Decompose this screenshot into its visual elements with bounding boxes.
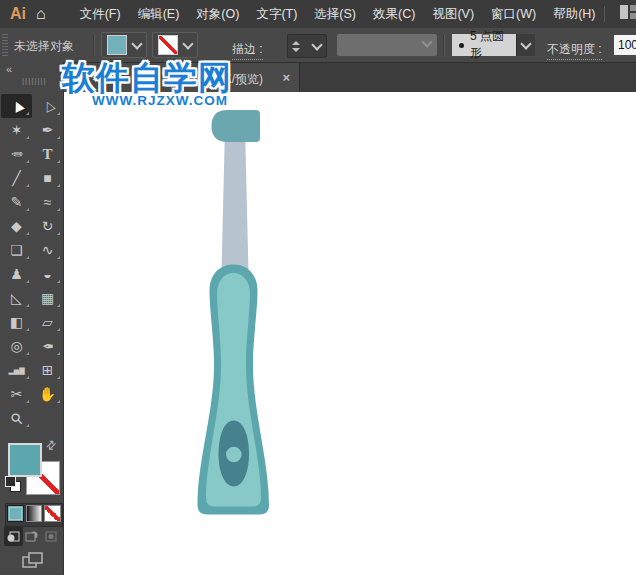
chevron-down-icon xyxy=(182,38,193,49)
artboard-tool[interactable]: ⊞ xyxy=(32,358,63,382)
illustrator-window: Ai ⌂ 文件(F)编辑(E)对象(O)文字(T)选择(S)效果(C)视图(V)… xyxy=(0,0,636,575)
menu-item-8[interactable]: 帮助(H) xyxy=(553,6,595,23)
stroke-none-swatch[interactable] xyxy=(158,35,178,55)
rotate-tool[interactable]: ↻ xyxy=(32,214,63,238)
width-tool[interactable]: ∿ xyxy=(32,238,63,262)
step-up-icon[interactable] xyxy=(292,41,300,45)
magic-wand-tool[interactable]: ✶ xyxy=(1,118,32,142)
change-screen-mode-icon[interactable] xyxy=(22,552,43,572)
hand-tool[interactable]: ✋ xyxy=(32,382,63,406)
mesh-tool[interactable]: ▦ xyxy=(32,286,63,310)
measure-tool[interactable]: ▱ xyxy=(32,310,63,334)
drawing-modes-row xyxy=(4,526,60,546)
color-button[interactable] xyxy=(7,505,24,522)
column-graph-tool-icon: ▂▅▇ xyxy=(8,367,24,374)
magic-wand-tool-icon: ✶ xyxy=(11,123,23,137)
toothbrush-head xyxy=(212,110,261,142)
perspective-grid-tool[interactable]: ◺ xyxy=(1,286,32,310)
draw-behind-mode-icon[interactable] xyxy=(23,526,42,546)
slice-tool[interactable]: ✂ xyxy=(1,382,32,406)
collapse-panel-icon[interactable]: « xyxy=(6,63,11,75)
menu-item-4[interactable]: 选择(S) xyxy=(314,6,356,23)
opacity-label[interactable]: 不透明度 : xyxy=(547,41,602,60)
free-transform-tool[interactable]: ❏ xyxy=(1,238,32,262)
stroke-color-control[interactable] xyxy=(152,32,198,58)
shape-builder-tool[interactable]: ◒ xyxy=(32,262,63,286)
eyedropper-tool[interactable]: ✒ xyxy=(32,334,63,358)
brush-definition-text: 5 点圆形 xyxy=(470,28,508,62)
rectangle-tool-icon: ■ xyxy=(43,171,51,185)
zoom-tool-icon: ⚲ xyxy=(7,409,25,427)
direct-selection-tool[interactable]: ▷ xyxy=(32,94,63,118)
none-button[interactable] xyxy=(44,505,61,522)
home-icon[interactable]: ⌂ xyxy=(36,5,46,23)
fill-swatch[interactable] xyxy=(8,443,42,477)
menu-item-3[interactable]: 文字(T) xyxy=(256,6,297,23)
tool-grid: ▶▷✶✒✏T╱■✎≈◆↻❏∿♟◒◺▦◧▱◎✒▂▅▇⊞✂✋⚲ xyxy=(1,94,63,430)
gradient-tool-icon: ◧ xyxy=(10,315,23,329)
artboard-canvas[interactable] xyxy=(64,92,636,575)
stroke-weight-label[interactable]: 描边 : xyxy=(232,41,263,60)
app-logo-icon[interactable]: Ai xyxy=(10,5,26,23)
tools-panel: « |||||||| ▶▷✶✒✏T╱■✎≈◆↻❏∿♟◒◺▦◧▱◎✒▂▅▇⊞✂✋⚲… xyxy=(0,62,64,575)
stroke-weight-combo[interactable] xyxy=(287,34,327,58)
menu-item-6[interactable]: 视图(V) xyxy=(432,6,474,23)
divider xyxy=(443,34,445,56)
mesh-tool-icon: ▦ xyxy=(41,291,54,305)
chevron-down-icon xyxy=(520,38,531,49)
pen-tool[interactable]: ✒ xyxy=(32,118,63,142)
menu-item-7[interactable]: 窗口(W) xyxy=(491,6,536,23)
paintbrush-tool[interactable]: ✎ xyxy=(1,190,32,214)
watermark-url: WWW.RJZXW.COM xyxy=(92,94,232,108)
menu-bar: Ai ⌂ 文件(F)编辑(E)对象(O)文字(T)选择(S)效果(C)视图(V)… xyxy=(0,0,636,29)
fill-color-swatch[interactable] xyxy=(107,35,127,55)
menu-item-1[interactable]: 编辑(E) xyxy=(138,6,180,23)
menu-item-5[interactable]: 效果(C) xyxy=(373,6,415,23)
swap-fill-stroke-icon[interactable]: ⇄ xyxy=(43,436,60,453)
fill-color-control[interactable] xyxy=(101,32,147,58)
brush-definition-dropdown[interactable]: 5 点圆形 xyxy=(452,34,535,56)
free-transform-tool-icon: ❏ xyxy=(10,243,23,257)
width-tool-icon: ∿ xyxy=(42,243,54,257)
zoom-tool[interactable]: ⚲ xyxy=(1,406,32,430)
opacity-input[interactable]: 100 xyxy=(614,35,636,55)
stroke-weight-stepper[interactable] xyxy=(292,41,300,52)
gradient-tool[interactable]: ◧ xyxy=(1,310,32,334)
curvature-tool[interactable]: ✏ xyxy=(1,142,32,166)
eraser-tool[interactable]: ◆ xyxy=(1,214,32,238)
blend-tool[interactable]: ◎ xyxy=(1,334,32,358)
puppet-warp-tool[interactable]: ♟ xyxy=(1,262,32,286)
rotate-tool-icon: ↻ xyxy=(42,219,54,233)
gradient-button[interactable] xyxy=(26,505,43,522)
menu-item-2[interactable]: 对象(O) xyxy=(196,6,239,23)
menu-item-0[interactable]: 文件(F) xyxy=(80,6,121,23)
chevron-down-icon[interactable] xyxy=(311,39,322,50)
toothbrush-neck xyxy=(222,126,249,272)
line-segment-tool[interactable]: ╱ xyxy=(1,166,32,190)
divider xyxy=(93,34,95,56)
panel-grip[interactable] xyxy=(2,34,8,56)
draw-inside-mode-icon[interactable] xyxy=(41,526,60,546)
close-tab-icon[interactable]: × xyxy=(282,70,290,85)
draw-normal-mode-icon[interactable] xyxy=(4,526,23,546)
menu-items: 文件(F)编辑(E)对象(O)文字(T)选择(S)效果(C)视图(V)窗口(W)… xyxy=(80,6,596,23)
brush-dropdown-button[interactable] xyxy=(516,34,535,56)
curvature-tool-icon: ✏ xyxy=(11,147,23,161)
toothbrush-button-dot xyxy=(226,447,242,463)
panel-drag-grip[interactable]: |||||||| xyxy=(22,76,47,85)
workspace-switcher-icon[interactable] xyxy=(620,5,636,23)
hand-tool-icon: ✋ xyxy=(39,387,56,401)
eyedropper-tool-icon: ✒ xyxy=(42,339,54,353)
step-down-icon[interactable] xyxy=(292,48,300,52)
brush-definition-value[interactable]: 5 点圆形 xyxy=(452,34,516,56)
chevron-down-icon xyxy=(131,38,142,49)
selection-tool[interactable]: ▶ xyxy=(1,94,32,118)
column-graph-tool[interactable]: ▂▅▇ xyxy=(1,358,32,382)
shaper-tool[interactable]: ≈ xyxy=(32,190,63,214)
default-fill-stroke-icon[interactable] xyxy=(5,476,21,492)
variable-width-profile-dropdown xyxy=(337,34,437,56)
watermark: 软件自学网 WWW.RJZXW.COM xyxy=(62,61,232,108)
rectangle-tool[interactable]: ■ xyxy=(32,166,63,190)
paintbrush-tool-icon: ✎ xyxy=(11,195,23,209)
type-tool[interactable]: T xyxy=(32,142,63,166)
